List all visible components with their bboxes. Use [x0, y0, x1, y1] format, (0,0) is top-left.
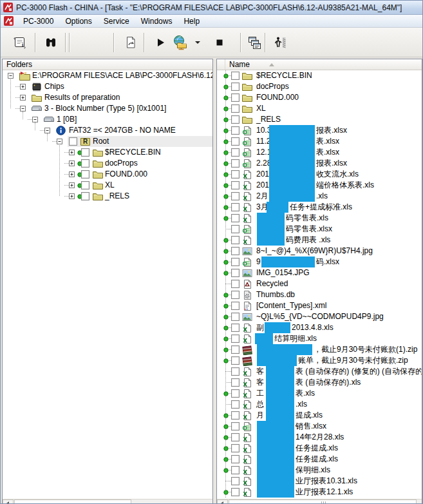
file-row[interactable]: 10.3报表.xlsx [217, 125, 422, 136]
file-row[interactable]: Thumbs.db [217, 289, 422, 300]
checkbox[interactable] [231, 302, 240, 310]
checkbox[interactable] [81, 170, 89, 179]
file-row[interactable]: 副2013.4.8.xls [217, 322, 422, 333]
checkbox[interactable] [81, 148, 89, 157]
menu-item-windows[interactable]: Windows [135, 15, 178, 27]
checkbox[interactable] [231, 477, 240, 485]
file-row[interactable]: 总.xls [217, 399, 422, 410]
checkbox[interactable] [231, 192, 240, 200]
tree-item-root[interactable]: RRoot [3, 136, 212, 147]
checkbox[interactable] [231, 269, 240, 277]
expand-toggle-collapsed[interactable] [20, 84, 26, 90]
checkbox[interactable] [231, 236, 240, 244]
file-row[interactable]: 保明细.xls [217, 465, 422, 476]
file-row[interactable]: 客表 (自动保存的).xls [217, 377, 422, 388]
scroll-left-button[interactable] [217, 499, 228, 504]
checkbox[interactable] [231, 214, 240, 222]
checkbox[interactable] [81, 159, 89, 168]
checkbox[interactable] [231, 148, 240, 157]
checkbox[interactable] [231, 82, 240, 91]
file-row[interactable]: 业厅报表12.1.xls [217, 487, 422, 498]
checkbox[interactable] [231, 225, 240, 233]
tree-item-results-of-preparation[interactable]: Results of preparation [3, 92, 212, 103]
file-row[interactable]: 2月.xls [217, 191, 422, 202]
file-row[interactable]: 码费用表 .xls [217, 235, 422, 246]
checkbox[interactable] [231, 345, 240, 354]
name-column-header[interactable]: Name [225, 59, 274, 70]
checkbox[interactable] [231, 356, 240, 365]
expand-toggle-collapsed[interactable] [20, 95, 26, 101]
tree-item-3-block-number-type-5-0x1001-[interactable]: 3 - Block Number (Type 5) [0x1001] [3, 103, 212, 114]
expand-toggle-collapsed[interactable] [69, 171, 75, 177]
checkbox[interactable] [231, 137, 240, 146]
checkbox[interactable] [231, 126, 240, 135]
checkbox[interactable] [231, 389, 240, 398]
windows-cascade-button[interactable] [245, 34, 263, 52]
file-row[interactable]: 12.1表.xlsx [217, 147, 422, 158]
file-row[interactable]: 8~I_~@)4_%X{69W}R)U$7H4.jpg [217, 246, 422, 257]
checkbox[interactable] [231, 400, 240, 409]
checkbox[interactable] [231, 93, 240, 102]
checkbox[interactable] [231, 104, 240, 113]
tree-item-_rels[interactable]: _RELS [3, 191, 212, 202]
file-row[interactable]: 11.2表.xlsx [217, 136, 422, 147]
checkbox[interactable] [231, 280, 240, 288]
file-row[interactable]: FOUND.000 [217, 92, 422, 103]
tree-horizontal-scrollbar[interactable] [3, 499, 212, 504]
search-button[interactable] [42, 34, 60, 52]
checkbox[interactable] [231, 258, 240, 266]
expand-toggle-collapsed[interactable] [69, 193, 75, 199]
stop-button[interactable] [211, 34, 229, 52]
expand-toggle-collapsed[interactable] [69, 160, 75, 166]
checkbox[interactable] [231, 488, 240, 496]
expand-toggle-expanded[interactable] [44, 128, 50, 133]
checkbox[interactable] [231, 466, 240, 474]
file-row[interactable]: 任务提成.xls [217, 454, 422, 465]
checkbox[interactable] [231, 444, 240, 452]
file-row[interactable]: ~Q}L%5_{VD~~CODMOPUD4P9.jpg [217, 311, 422, 322]
task-info-button[interactable]: i [11, 34, 29, 52]
menu-item-help[interactable]: Help [178, 15, 205, 27]
tree-item-1-0b-[interactable]: 1 [0B] [3, 114, 212, 125]
checkbox[interactable] [231, 455, 240, 463]
status-column-header[interactable] [217, 59, 225, 70]
expand-toggle-expanded[interactable] [32, 117, 38, 122]
tree-item-docprops[interactable]: docProps [3, 158, 212, 169]
list-horizontal-scrollbar[interactable] [217, 499, 422, 504]
file-row[interactable]: 结算明细.xls [217, 333, 422, 344]
file-row[interactable]: [Content_Types].xml [217, 300, 422, 311]
checkbox[interactable] [231, 72, 240, 80]
expand-toggle-collapsed[interactable] [69, 150, 75, 155]
file-row[interactable]: 14年2月28.xls [217, 432, 422, 443]
file-row[interactable]: ，截止9月30号未付账款(1).zip [217, 344, 422, 355]
scrollbar-thumb[interactable] [14, 499, 131, 504]
file-row[interactable]: 201端价格体系表.xls [217, 180, 422, 191]
checkbox[interactable] [69, 137, 77, 146]
file-row[interactable]: 业厅报表10.31.xls [217, 476, 422, 487]
menu-item-service[interactable]: Service [98, 15, 135, 27]
file-row[interactable]: 销售.xlsx [217, 421, 422, 432]
file-row[interactable]: 账单，截止9月30号未付账款.zip [217, 355, 422, 366]
save-to-network-button-dropdown[interactable] [193, 34, 200, 52]
checkbox[interactable] [231, 367, 240, 376]
expand-toggle-collapsed[interactable] [69, 182, 75, 188]
checkbox[interactable] [231, 433, 240, 441]
checkbox[interactable] [231, 170, 240, 179]
file-row[interactable]: _RELS [217, 114, 422, 125]
checkbox[interactable] [231, 181, 240, 189]
file-row[interactable]: 任务提成.xls [217, 443, 422, 454]
checkbox[interactable] [231, 203, 240, 211]
tree-item-found.000[interactable]: FOUND.000 [3, 169, 212, 180]
tree-item-chips[interactable]: Chips [3, 81, 212, 92]
file-row[interactable]: 客表 (自动保存的) (修复的) (自动保存的).xls [217, 366, 422, 377]
file-row[interactable]: Recycled [217, 278, 422, 289]
file-row[interactable]: XL [217, 103, 422, 114]
file-row[interactable]: IMG_0154.JPG [217, 267, 422, 278]
start-button[interactable] [151, 34, 169, 52]
tree-item-xl[interactable]: XL [3, 180, 212, 191]
scroll-left-button[interactable] [3, 499, 14, 504]
checkbox[interactable] [81, 192, 89, 200]
expand-toggle-expanded[interactable] [20, 106, 26, 111]
file-row[interactable]: 201收支流水.xls [217, 169, 422, 180]
tree-item-fat32-2047gb-no-name[interactable]: FAT32 =< 2047GB - NO NAME [3, 125, 212, 136]
